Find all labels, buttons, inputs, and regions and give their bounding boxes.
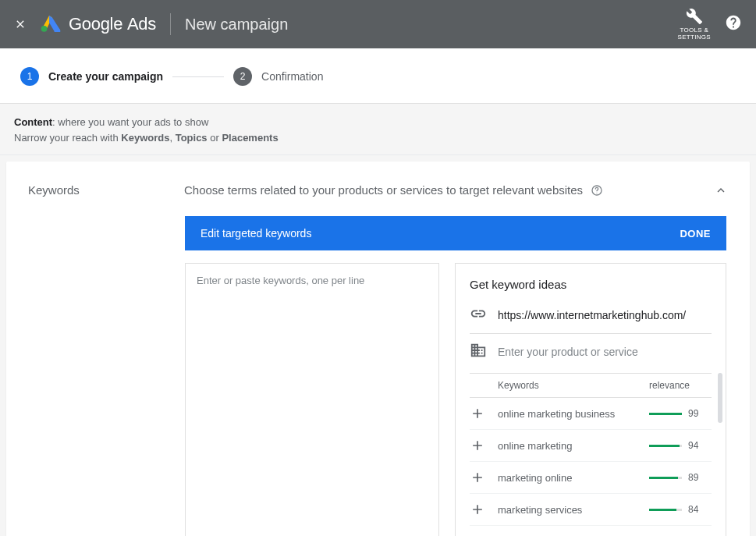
step-confirmation[interactable]: 2 Confirmation — [233, 67, 323, 86]
keywords-textarea-wrap — [185, 263, 439, 536]
url-input[interactable] — [498, 307, 712, 323]
card-title: Keywords — [28, 183, 184, 197]
add-keyword-button[interactable] — [470, 438, 498, 453]
relevance-value: 89 — [688, 472, 698, 483]
relevance-value: 94 — [688, 440, 698, 451]
step-label: Confirmation — [261, 70, 323, 83]
relevance-bar — [649, 477, 682, 479]
keyword-name: online marketing — [498, 440, 649, 452]
google-ads-icon — [41, 13, 61, 35]
page-title: New campaign — [185, 16, 288, 34]
section-description: Content: where you want your ads to show… — [0, 104, 756, 155]
ideas-table: Keywords relevance online marketing busi… — [470, 373, 722, 536]
keyword-ideas-panel: Get keyword ideas — [455, 263, 726, 536]
scrollbar-thumb[interactable] — [718, 373, 722, 423]
keywords-textarea[interactable] — [186, 264, 438, 536]
table-header: Keywords relevance — [470, 373, 712, 398]
relevance-cell: 84 — [649, 504, 712, 515]
card-description: Choose terms related to your products or… — [184, 183, 714, 197]
add-keyword-button[interactable] — [470, 502, 498, 517]
plus-icon — [470, 470, 485, 485]
add-keyword-button[interactable] — [470, 406, 498, 421]
step-number: 1 — [20, 67, 39, 86]
chevron-up-icon — [714, 183, 728, 197]
edit-bar-title: Edit targeted keywords — [201, 227, 311, 240]
brand-logo: Google Ads — [41, 13, 156, 35]
step-label: Create your campaign — [48, 70, 163, 83]
keyword-row: marketing online89 — [470, 462, 712, 494]
close-icon — [14, 18, 27, 30]
brand-text: Google Ads — [69, 14, 156, 34]
done-button[interactable]: DONE — [680, 228, 711, 240]
help-tooltip-icon[interactable] — [591, 184, 603, 197]
app-header: Google Ads New campaign TOOLS & SETTINGS — [0, 0, 756, 48]
add-keyword-button[interactable] — [470, 470, 498, 485]
relevance-bar — [649, 509, 682, 511]
collapse-button[interactable] — [714, 183, 728, 201]
section-title-rest: : where you want your ads to show — [52, 116, 208, 128]
relevance-bar — [649, 445, 682, 447]
step-create-campaign[interactable]: 1 Create your campaign — [20, 67, 163, 86]
relevance-cell: 99 — [649, 408, 712, 419]
help-icon — [725, 14, 742, 31]
stepper: 1 Create your campaign 2 Confirmation — [0, 48, 756, 104]
keywords-card: Keywords Choose terms related to your pr… — [6, 162, 750, 536]
wrench-icon — [686, 8, 703, 25]
keyword-name: marketing services — [498, 504, 649, 516]
keyword-row: internet marketing strategy80 — [470, 526, 712, 536]
close-button[interactable] — [14, 18, 27, 30]
help-button[interactable] — [725, 14, 742, 34]
th-keywords: Keywords — [498, 380, 649, 391]
keyword-name: online marketing business — [498, 408, 649, 420]
tools-settings-button[interactable]: TOOLS & SETTINGS — [678, 8, 711, 41]
th-relevance: relevance — [649, 380, 712, 391]
plus-icon — [470, 406, 485, 421]
step-connector — [172, 76, 224, 77]
section-title-bold: Content — [14, 116, 52, 128]
header-divider — [170, 13, 171, 35]
keyword-row: marketing services84 — [470, 494, 712, 526]
keyword-name: marketing online — [498, 472, 649, 484]
tools-label: TOOLS & SETTINGS — [678, 27, 711, 41]
ideas-title: Get keyword ideas — [470, 278, 722, 291]
svg-point-2 — [597, 192, 598, 193]
relevance-cell: 94 — [649, 440, 712, 451]
plus-icon — [470, 502, 485, 517]
step-number: 2 — [233, 67, 252, 86]
domain-icon — [470, 342, 487, 362]
product-input-row — [470, 342, 712, 370]
link-icon — [470, 305, 487, 325]
product-input[interactable] — [498, 344, 712, 360]
keyword-row: online marketing94 — [470, 430, 712, 462]
plus-icon — [470, 438, 485, 453]
keyword-row: online marketing business99 — [470, 398, 712, 430]
svg-point-0 — [41, 26, 48, 32]
relevance-cell: 89 — [649, 472, 712, 483]
url-input-row — [470, 305, 712, 334]
relevance-value: 84 — [688, 504, 698, 515]
relevance-value: 99 — [688, 408, 698, 419]
relevance-bar — [649, 413, 682, 415]
edit-keywords-bar: Edit targeted keywords DONE — [185, 216, 726, 250]
